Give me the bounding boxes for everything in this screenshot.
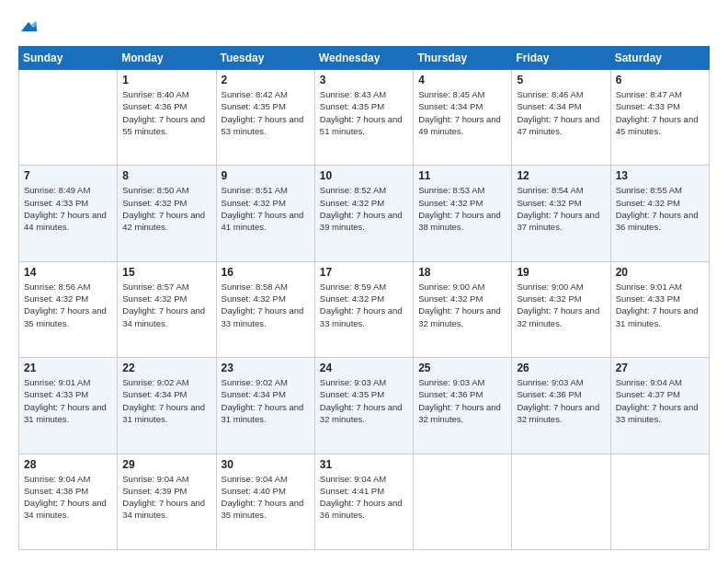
day-number: 8 xyxy=(122,169,210,182)
day-cell: 30Sunrise: 9:04 AM Sunset: 4:40 PM Dayli… xyxy=(216,454,314,549)
cell-info: Sunrise: 9:04 AM Sunset: 4:40 PM Dayligh… xyxy=(222,473,310,522)
day-number: 6 xyxy=(616,74,704,86)
cell-info: Sunrise: 8:43 AM Sunset: 4:35 PM Dayligh… xyxy=(320,88,408,137)
day-number: 14 xyxy=(24,266,112,279)
cell-info: Sunrise: 9:02 AM Sunset: 4:34 PM Dayligh… xyxy=(222,376,310,425)
cell-info: Sunrise: 8:59 AM Sunset: 4:32 PM Dayligh… xyxy=(320,281,408,329)
logo-icon xyxy=(18,17,39,37)
day-cell xyxy=(414,454,512,549)
day-cell: 20Sunrise: 9:01 AM Sunset: 4:33 PM Dayli… xyxy=(610,261,709,357)
week-row-0: 1Sunrise: 8:40 AM Sunset: 4:36 PM Daylig… xyxy=(19,70,710,166)
day-cell: 14Sunrise: 8:56 AM Sunset: 4:32 PM Dayli… xyxy=(19,261,118,357)
cell-info: Sunrise: 9:01 AM Sunset: 4:33 PM Dayligh… xyxy=(24,376,112,425)
col-header-saturday: Saturday xyxy=(610,47,709,70)
header xyxy=(18,17,710,37)
page: SundayMondayTuesdayWednesdayThursdayFrid… xyxy=(0,0,728,563)
cell-info: Sunrise: 8:42 AM Sunset: 4:35 PM Dayligh… xyxy=(222,88,310,137)
col-header-thursday: Thursday xyxy=(414,47,512,70)
week-row-1: 7Sunrise: 8:49 AM Sunset: 4:33 PM Daylig… xyxy=(19,166,710,261)
day-cell: 18Sunrise: 9:00 AM Sunset: 4:32 PM Dayli… xyxy=(414,261,512,357)
cell-info: Sunrise: 9:04 AM Sunset: 4:38 PM Dayligh… xyxy=(24,473,112,522)
cell-info: Sunrise: 8:57 AM Sunset: 4:32 PM Dayligh… xyxy=(122,281,210,329)
day-cell: 15Sunrise: 8:57 AM Sunset: 4:32 PM Dayli… xyxy=(118,261,216,357)
cell-info: Sunrise: 8:54 AM Sunset: 4:32 PM Dayligh… xyxy=(517,184,605,233)
logo xyxy=(18,17,42,37)
day-cell: 10Sunrise: 8:52 AM Sunset: 4:32 PM Dayli… xyxy=(314,166,413,261)
day-number: 11 xyxy=(418,169,506,182)
week-row-3: 21Sunrise: 9:01 AM Sunset: 4:33 PM Dayli… xyxy=(19,358,710,454)
day-cell: 13Sunrise: 8:55 AM Sunset: 4:32 PM Dayli… xyxy=(610,166,709,261)
day-number: 5 xyxy=(517,74,605,86)
cell-info: Sunrise: 9:00 AM Sunset: 4:32 PM Dayligh… xyxy=(517,281,605,329)
cell-info: Sunrise: 8:49 AM Sunset: 4:33 PM Dayligh… xyxy=(24,184,112,233)
cell-info: Sunrise: 8:55 AM Sunset: 4:32 PM Dayligh… xyxy=(616,184,704,233)
day-cell: 7Sunrise: 8:49 AM Sunset: 4:33 PM Daylig… xyxy=(19,166,118,261)
day-cell: 1Sunrise: 8:40 AM Sunset: 4:36 PM Daylig… xyxy=(118,70,216,166)
cell-info: Sunrise: 8:45 AM Sunset: 4:34 PM Dayligh… xyxy=(418,88,506,137)
day-cell: 26Sunrise: 9:03 AM Sunset: 4:36 PM Dayli… xyxy=(512,358,610,454)
day-number: 22 xyxy=(122,362,210,374)
day-number: 3 xyxy=(320,74,408,86)
day-number: 12 xyxy=(517,169,605,182)
day-cell: 29Sunrise: 9:04 AM Sunset: 4:39 PM Dayli… xyxy=(118,454,216,549)
cell-info: Sunrise: 8:40 AM Sunset: 4:36 PM Dayligh… xyxy=(122,88,210,137)
cell-info: Sunrise: 9:00 AM Sunset: 4:32 PM Dayligh… xyxy=(418,281,506,329)
day-number: 16 xyxy=(222,266,310,279)
day-cell: 4Sunrise: 8:45 AM Sunset: 4:34 PM Daylig… xyxy=(414,70,512,166)
cell-info: Sunrise: 9:04 AM Sunset: 4:41 PM Dayligh… xyxy=(320,473,408,522)
day-cell: 17Sunrise: 8:59 AM Sunset: 4:32 PM Dayli… xyxy=(314,261,413,357)
day-cell: 27Sunrise: 9:04 AM Sunset: 4:37 PM Dayli… xyxy=(610,358,709,454)
week-row-4: 28Sunrise: 9:04 AM Sunset: 4:38 PM Dayli… xyxy=(19,454,710,549)
day-cell: 24Sunrise: 9:03 AM Sunset: 4:35 PM Dayli… xyxy=(314,358,413,454)
cell-info: Sunrise: 9:03 AM Sunset: 4:36 PM Dayligh… xyxy=(418,376,506,425)
cell-info: Sunrise: 9:03 AM Sunset: 4:35 PM Dayligh… xyxy=(320,376,408,425)
cell-info: Sunrise: 8:51 AM Sunset: 4:32 PM Dayligh… xyxy=(222,184,310,233)
svg-marker-1 xyxy=(30,20,37,26)
day-cell xyxy=(610,454,709,549)
day-number: 30 xyxy=(222,458,310,471)
day-cell xyxy=(512,454,610,549)
cell-info: Sunrise: 9:04 AM Sunset: 4:37 PM Dayligh… xyxy=(616,376,704,425)
col-header-sunday: Sunday xyxy=(19,47,118,70)
day-cell xyxy=(19,70,118,166)
day-number: 13 xyxy=(616,169,704,182)
day-number: 17 xyxy=(320,266,408,279)
cell-info: Sunrise: 8:56 AM Sunset: 4:32 PM Dayligh… xyxy=(24,281,112,329)
day-number: 7 xyxy=(24,169,112,182)
col-header-friday: Friday xyxy=(512,47,610,70)
day-cell: 2Sunrise: 8:42 AM Sunset: 4:35 PM Daylig… xyxy=(216,70,314,166)
day-cell: 9Sunrise: 8:51 AM Sunset: 4:32 PM Daylig… xyxy=(216,166,314,261)
day-number: 27 xyxy=(616,362,704,374)
day-cell: 22Sunrise: 9:02 AM Sunset: 4:34 PM Dayli… xyxy=(118,358,216,454)
day-number: 4 xyxy=(418,74,506,86)
day-number: 10 xyxy=(320,169,408,182)
cell-info: Sunrise: 8:53 AM Sunset: 4:32 PM Dayligh… xyxy=(418,184,506,233)
day-cell: 5Sunrise: 8:46 AM Sunset: 4:34 PM Daylig… xyxy=(512,70,610,166)
day-cell: 12Sunrise: 8:54 AM Sunset: 4:32 PM Dayli… xyxy=(512,166,610,261)
day-number: 29 xyxy=(122,458,210,471)
day-number: 15 xyxy=(122,266,210,279)
day-cell: 21Sunrise: 9:01 AM Sunset: 4:33 PM Dayli… xyxy=(19,358,118,454)
day-cell: 25Sunrise: 9:03 AM Sunset: 4:36 PM Dayli… xyxy=(414,358,512,454)
day-number: 28 xyxy=(24,458,112,471)
day-number: 23 xyxy=(222,362,310,374)
day-number: 2 xyxy=(222,74,310,86)
day-cell: 23Sunrise: 9:02 AM Sunset: 4:34 PM Dayli… xyxy=(216,358,314,454)
day-number: 25 xyxy=(418,362,506,374)
col-header-tuesday: Tuesday xyxy=(216,47,314,70)
cell-info: Sunrise: 8:47 AM Sunset: 4:33 PM Dayligh… xyxy=(616,88,704,137)
cell-info: Sunrise: 8:50 AM Sunset: 4:32 PM Dayligh… xyxy=(122,184,210,233)
col-header-wednesday: Wednesday xyxy=(314,47,413,70)
day-cell: 8Sunrise: 8:50 AM Sunset: 4:32 PM Daylig… xyxy=(118,166,216,261)
cell-info: Sunrise: 8:58 AM Sunset: 4:32 PM Dayligh… xyxy=(222,281,310,329)
day-cell: 28Sunrise: 9:04 AM Sunset: 4:38 PM Dayli… xyxy=(19,454,118,549)
day-number: 19 xyxy=(517,266,605,279)
day-number: 26 xyxy=(517,362,605,374)
calendar-table: SundayMondayTuesdayWednesdayThursdayFrid… xyxy=(18,46,710,550)
week-row-2: 14Sunrise: 8:56 AM Sunset: 4:32 PM Dayli… xyxy=(19,261,710,357)
cell-info: Sunrise: 9:03 AM Sunset: 4:36 PM Dayligh… xyxy=(517,376,605,425)
calendar-header-row: SundayMondayTuesdayWednesdayThursdayFrid… xyxy=(19,47,710,70)
day-cell: 31Sunrise: 9:04 AM Sunset: 4:41 PM Dayli… xyxy=(314,454,413,549)
cell-info: Sunrise: 8:46 AM Sunset: 4:34 PM Dayligh… xyxy=(517,88,605,137)
col-header-monday: Monday xyxy=(118,47,216,70)
